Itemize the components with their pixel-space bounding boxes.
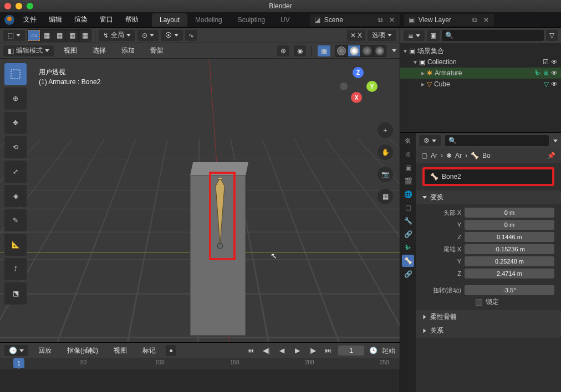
zoom-window-button[interactable] xyxy=(27,3,33,9)
perspective-icon[interactable]: ▦ xyxy=(378,189,393,204)
jump-start-icon[interactable]: ⏮ xyxy=(245,345,256,356)
head-z-input[interactable]: 0.1446 m xyxy=(465,232,554,242)
overlay-toggle[interactable]: ◉ xyxy=(294,45,306,56)
viewlayer-selector[interactable]: ▣ ⧉ ✕ xyxy=(404,14,494,26)
menu-render[interactable]: 渲染 xyxy=(69,13,93,27)
extrude-tool[interactable]: ⤴ xyxy=(4,258,27,280)
delete-layer-icon[interactable]: ✕ xyxy=(482,16,491,24)
tail-x-input[interactable]: -0.15236 m xyxy=(465,244,554,254)
pose-icon[interactable]: ⛷ xyxy=(534,69,541,77)
tree-collection[interactable]: ▾ ▣ Collection ☑ 👁 xyxy=(400,56,561,68)
tab-render-icon[interactable]: 🛠 xyxy=(402,135,414,147)
jump-end-icon[interactable]: ⏭ xyxy=(323,345,334,356)
next-key-icon[interactable]: |▶ xyxy=(307,345,318,356)
keying-menu[interactable]: 抠像(插帧) xyxy=(62,344,104,358)
armature-menu[interactable]: 骨架 xyxy=(145,44,169,58)
tree-scene-collection[interactable]: ▾▣ 场景集合 xyxy=(400,45,561,56)
prev-key-icon[interactable]: ◀| xyxy=(261,345,272,356)
workspace-sculpting[interactable]: Sculpting xyxy=(230,13,273,27)
tail-y-input[interactable]: 0.25248 m xyxy=(465,256,554,266)
tab-constraint-icon[interactable]: 🔗 xyxy=(402,228,414,240)
measure-tool[interactable]: 📐 xyxy=(4,234,27,256)
scale-tool[interactable]: ⤢ xyxy=(4,161,27,183)
tab-world-icon[interactable]: 🌐 xyxy=(402,188,414,200)
select-invert-icon[interactable]: ▦ xyxy=(66,30,78,41)
relations-panel-header[interactable]: 关系 xyxy=(416,324,561,338)
select-menu[interactable]: 选择 xyxy=(87,44,111,58)
cursor-tool[interactable]: ⊕ xyxy=(4,87,27,110)
snap-dropdown[interactable]: ⦿ xyxy=(161,30,183,41)
current-frame-input[interactable]: 1 xyxy=(338,345,364,355)
gizmo-x-icon[interactable]: X xyxy=(351,92,362,103)
proportional-edit-toggle[interactable]: ∿ xyxy=(185,30,197,41)
play-icon[interactable]: ▶ xyxy=(292,345,303,356)
timeline-type-dropdown[interactable]: 🕓 xyxy=(4,345,28,356)
transform-panel-header[interactable]: 变换 xyxy=(416,190,561,204)
tab-object-icon[interactable]: ▢ xyxy=(402,202,414,214)
workspace-modeling[interactable]: Modeling xyxy=(187,13,230,27)
outliner-tree[interactable]: ▾▣ 场景集合 ▾ ▣ Collection ☑ 👁 ▸ ✱ Armature … xyxy=(400,43,561,132)
nav-gizmo[interactable]: Z Y X xyxy=(339,67,378,106)
outliner-search-input[interactable] xyxy=(453,32,540,39)
select-sub-icon[interactable]: ▦ xyxy=(53,30,65,41)
eye-icon[interactable]: 👁 xyxy=(551,58,558,66)
playhead[interactable]: 1 xyxy=(13,358,24,368)
props-search-input[interactable] xyxy=(457,137,545,145)
select-intersect-icon[interactable]: ▦ xyxy=(79,30,91,41)
new-scene-icon[interactable]: ⧉ xyxy=(376,16,385,24)
gizmo-toggle[interactable]: ⊕ xyxy=(277,45,289,56)
gizmo-neg-icon[interactable] xyxy=(340,82,348,90)
pivot-dropdown[interactable]: ⊙ xyxy=(137,30,159,41)
matprev-shading-icon[interactable] xyxy=(361,45,373,56)
select-add-icon[interactable]: ▦ xyxy=(40,30,53,41)
play-reverse-icon[interactable]: ◀ xyxy=(276,345,287,356)
pan-icon[interactable]: ✋ xyxy=(378,145,393,160)
shear-tool[interactable]: ⬔ xyxy=(4,282,27,305)
workspace-uv[interactable]: UV xyxy=(273,13,298,27)
tab-output-icon[interactable]: 🖨 xyxy=(402,148,414,161)
editor-type-dropdown[interactable]: ⬚ xyxy=(3,30,25,41)
add-menu[interactable]: 添加 xyxy=(116,44,140,58)
head-x-input[interactable]: 0 m xyxy=(465,208,554,218)
select-box-tool[interactable] xyxy=(4,63,27,85)
tl-view-menu[interactable]: 视图 xyxy=(108,344,132,358)
minimize-window-button[interactable] xyxy=(16,3,22,9)
outliner-search[interactable]: 🔍 xyxy=(442,30,544,41)
shading-modes[interactable] xyxy=(335,45,386,57)
tree-cube[interactable]: ▸ ▽ Cube ▽ 👁 xyxy=(400,79,561,90)
camera-icon[interactable]: 📷 xyxy=(378,167,393,182)
workspace-layout[interactable]: Layout xyxy=(152,13,187,27)
mesh-data-icon[interactable]: ▽ xyxy=(544,80,549,88)
tab-viewlayer-icon[interactable]: ▣ xyxy=(402,162,414,174)
tab-armature-icon[interactable]: ⛷ xyxy=(402,241,414,254)
menu-window[interactable]: 窗口 xyxy=(94,13,119,27)
zoom-icon[interactable]: ＋ xyxy=(378,122,393,138)
cursor-tool-icon[interactable]: ▭ xyxy=(28,30,40,41)
bendy-panel-header[interactable]: 柔性骨骼 xyxy=(416,310,561,324)
rotate-tool[interactable]: ⟲ xyxy=(4,136,27,158)
marker-menu[interactable]: 标记 xyxy=(137,344,161,358)
tab-bone-icon[interactable]: 🦴 xyxy=(402,255,414,267)
mode-dropdown[interactable]: ◧ 编辑模式 xyxy=(3,45,54,56)
mirror-x-button[interactable]: ✕ X xyxy=(347,30,365,41)
xray-toggle[interactable]: ▦ xyxy=(318,45,330,56)
transform-tool[interactable]: ◈ xyxy=(4,185,27,207)
roll-input[interactable]: -3.5° xyxy=(465,285,554,295)
view-menu[interactable]: 视图 xyxy=(58,44,83,58)
delete-scene-icon[interactable]: ✕ xyxy=(387,16,396,24)
props-type-dropdown[interactable]: ⚙ xyxy=(419,135,441,146)
menu-edit[interactable]: 编辑 xyxy=(43,13,68,27)
new-layer-icon[interactable]: ⧉ xyxy=(471,16,480,24)
shading-dropdown-icon[interactable] xyxy=(392,49,396,52)
scene-selector[interactable]: ◪ ⧉ ✕ xyxy=(310,14,400,26)
move-tool[interactable]: ✥ xyxy=(4,112,27,134)
tree-armature[interactable]: ▸ ✱ Armature ⛷ ※ 👁 xyxy=(400,68,561,79)
eye-icon[interactable]: 👁 xyxy=(551,80,558,88)
tab-boneconstraint-icon[interactable]: 🔗 xyxy=(402,268,414,280)
pin-icon[interactable]: 📌 xyxy=(547,152,555,159)
3d-viewport[interactable]: ↖ 用户透视 (1) Armature : Bone2 Z Y X ＋ ✋ 📷 … xyxy=(0,59,400,342)
viewlayer-name-input[interactable] xyxy=(419,16,468,24)
outliner-filter-icon[interactable]: ▽ xyxy=(546,30,558,41)
select-mode-buttons[interactable]: ▭ ▦ ▦ ▦ ▦ xyxy=(27,29,91,42)
checkbox-icon[interactable]: ☑ xyxy=(543,58,549,66)
